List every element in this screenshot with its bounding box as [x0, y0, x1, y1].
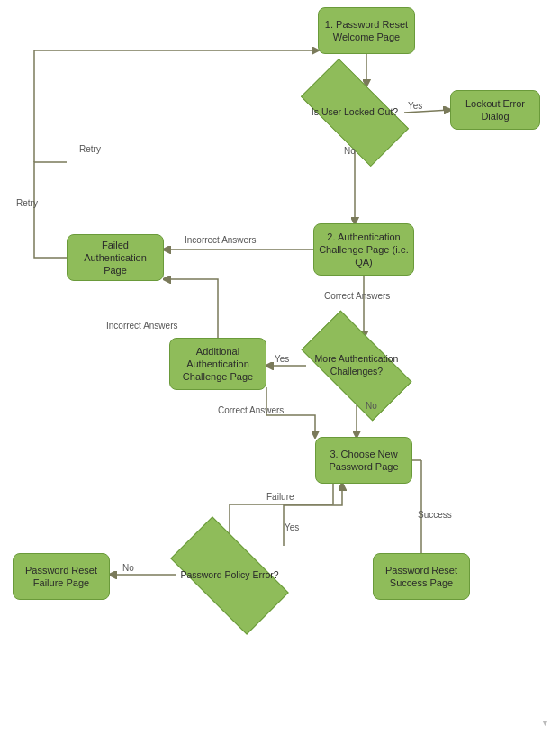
- diagram-container: 1. Password Reset Welcome Page Lockout E…: [0, 0, 560, 735]
- label-success: Success: [418, 510, 452, 520]
- policy-error-node: Password Policy Error?: [176, 546, 284, 605]
- choose-password-node: 3. Choose New Password Page: [315, 437, 412, 484]
- lockout-label: Lockout Error Dialog: [465, 97, 525, 123]
- success-page-node: Password Reset Success Page: [373, 553, 470, 600]
- failed-auth-label: Failed Authentication Page: [71, 239, 159, 277]
- label-correct2: Correct Answers: [218, 405, 284, 415]
- label-retry2: Retry: [16, 198, 38, 208]
- failure-page-label: Password Reset Failure Page: [25, 564, 97, 590]
- welcome-label: 1. Password Reset Welcome Page: [325, 18, 408, 44]
- label-retry1: Retry: [79, 144, 101, 154]
- watermark: ▼: [541, 719, 549, 728]
- more-challenges-label: More Authentication Challenges?: [313, 351, 401, 379]
- label-incorrect1: Incorrect Answers: [185, 235, 256, 245]
- success-page-label: Password Reset Success Page: [385, 564, 457, 590]
- policy-error-label: Password Policy Error?: [178, 567, 280, 584]
- label-yes-more: Yes: [275, 354, 289, 364]
- failure-page-node: Password Reset Failure Page: [13, 553, 110, 600]
- choose-password-label: 3. Choose New Password Page: [329, 448, 398, 474]
- welcome-page-node: 1. Password Reset Welcome Page: [318, 7, 415, 54]
- auth-challenge-label: 2. Authentication Challenge Page (i.e. Q…: [319, 231, 409, 269]
- more-challenges-node: More Authentication Challenges?: [306, 338, 407, 394]
- locked-diamond-node: Is User Locked-Out?: [305, 86, 404, 140]
- label-no-policy: No: [122, 563, 134, 573]
- label-correct1: Correct Answers: [324, 291, 390, 301]
- label-no-locked: No: [344, 146, 356, 156]
- additional-auth-node: Additional Authentication Challenge Page: [169, 338, 266, 390]
- label-no-more: No: [366, 401, 377, 411]
- label-failure: Failure: [266, 492, 294, 502]
- lockout-dialog-node: Lockout Error Dialog: [450, 90, 540, 130]
- locked-diamond-label: Is User Locked-Out?: [310, 104, 400, 121]
- additional-auth-label: Additional Authentication Challenge Page: [183, 345, 253, 384]
- label-yes-locked: Yes: [408, 101, 422, 111]
- auth-challenge-node: 2. Authentication Challenge Page (i.e. Q…: [313, 223, 414, 276]
- failed-auth-node: Failed Authentication Page: [67, 234, 164, 281]
- label-incorrect2: Incorrect Answers: [106, 321, 177, 331]
- label-yes-policy: Yes: [285, 522, 299, 532]
